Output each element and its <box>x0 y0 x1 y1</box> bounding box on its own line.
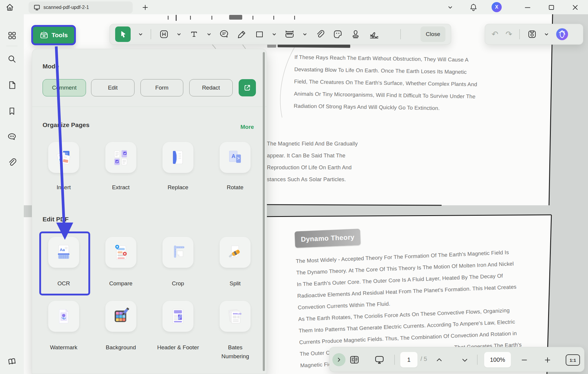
sidebar-comments-button[interactable] <box>7 132 17 142</box>
home-button[interactable] <box>4 2 15 13</box>
sidebar-pages-button[interactable] <box>7 80 17 90</box>
expand-statusbar-button[interactable] <box>332 353 345 366</box>
user-avatar[interactable]: X <box>492 2 502 12</box>
close-toolbar-button[interactable]: Close <box>420 26 445 42</box>
page-number-input[interactable]: 1 <box>400 352 417 367</box>
organize-more-link[interactable]: More <box>240 124 254 130</box>
tool-tile-compare[interactable] <box>105 237 136 268</box>
plus-icon <box>544 356 551 364</box>
tool-tile-header-footer[interactable] <box>162 301 193 332</box>
document-tab[interactable]: scanned-pdf-updf-2-1 <box>29 1 133 13</box>
new-tab-button[interactable] <box>140 3 150 12</box>
zoom-level-input[interactable]: 100% <box>484 352 511 367</box>
sidebar-apps-grid-button[interactable] <box>7 30 17 40</box>
tools-button[interactable]: Tools <box>31 25 76 45</box>
redo-button[interactable]: ↷ <box>506 30 512 38</box>
comment-tool-button[interactable] <box>219 29 229 39</box>
edit-section-title: Edit PDF <box>43 216 69 223</box>
previous-page-button[interactable] <box>434 355 444 365</box>
tool-tile-crop[interactable] <box>162 237 193 268</box>
extract-icon <box>112 149 129 166</box>
undo-button[interactable]: ↶ <box>492 30 498 38</box>
section-title-badge: Dynamo Theory <box>295 229 361 248</box>
tool-tile-extract[interactable] <box>105 142 136 173</box>
paperclip-icon <box>315 29 325 39</box>
comment-bubble-icon <box>219 29 229 39</box>
sidebar-reader-button[interactable] <box>7 356 17 366</box>
mode-section-title: Mode <box>43 63 59 70</box>
text-tool-button[interactable] <box>189 29 199 39</box>
doc-line: The Magnetic Field And Be Gradually <box>267 138 392 150</box>
save-dropdown[interactable] <box>544 32 549 37</box>
ai-assistant-button[interactable] <box>556 28 568 40</box>
heading-tool-dropdown[interactable] <box>177 32 181 37</box>
attachment-tool-button[interactable] <box>315 29 325 39</box>
ocr-icon: Aa <box>55 244 72 261</box>
chevron-down-icon <box>138 32 143 37</box>
tile-label-bates-numbering[interactable]: Bates Numbering <box>214 343 257 361</box>
tile-label-background[interactable]: Background <box>97 343 145 352</box>
tile-label-insert[interactable]: Insert <box>40 183 87 192</box>
cursor-icon <box>118 30 127 39</box>
tool-tile-insert[interactable] <box>48 142 79 173</box>
pencil-tool-button[interactable] <box>237 29 247 39</box>
sidebar-attachments-button[interactable] <box>7 157 17 168</box>
measure-tool-dropdown[interactable] <box>303 32 307 37</box>
compare-icon <box>112 244 129 261</box>
signature-tool-button[interactable] <box>368 28 380 40</box>
open-in-new-window-button[interactable] <box>239 79 256 96</box>
tile-label-rotate[interactable]: Rotate <box>211 183 259 192</box>
shape-tool-dropdown[interactable] <box>272 32 276 37</box>
shape-tool-button[interactable] <box>255 29 264 39</box>
sticker-tool-button[interactable] <box>333 29 343 39</box>
window-maximize-button[interactable] <box>547 3 556 12</box>
measure-tool-button[interactable] <box>284 29 295 40</box>
panel-scrollbar[interactable] <box>263 52 265 371</box>
notifications-chevron-button[interactable] <box>446 3 455 12</box>
tile-label-watermark[interactable]: Watermark <box>40 343 87 352</box>
ai-assistant-icon <box>556 28 568 40</box>
stamp-tool-button[interactable] <box>351 29 361 39</box>
mode-edit-button[interactable]: Edit <box>91 79 135 96</box>
mode-comment-button[interactable]: Comment <box>43 79 86 96</box>
window-close-button[interactable] <box>571 3 580 12</box>
tool-tile-ocr[interactable]: Aa <box>48 237 79 268</box>
doc-line: appear. It Can Be Said That The <box>267 150 392 162</box>
comments-icon <box>7 132 17 142</box>
tool-tile-watermark[interactable] <box>48 301 79 332</box>
chevron-down-icon <box>544 32 549 37</box>
presentation-mode-button[interactable] <box>373 354 385 366</box>
sidebar-bookmarks-button[interactable] <box>7 106 17 116</box>
zoom-in-button[interactable] <box>542 355 553 365</box>
svg-text:A: A <box>232 153 235 159</box>
mode-redact-button[interactable]: Redact <box>189 79 233 96</box>
tool-tile-split[interactable] <box>220 237 251 268</box>
tool-tile-replace[interactable] <box>162 142 193 173</box>
mode-form-button[interactable]: Form <box>140 79 183 96</box>
save-button[interactable] <box>527 29 537 39</box>
tile-label-replace[interactable]: Replace <box>154 183 202 192</box>
heading-tool-button[interactable] <box>159 29 169 39</box>
tool-tile-background[interactable] <box>105 301 136 332</box>
tile-label-extract[interactable]: Extract <box>97 183 145 192</box>
tools-button-label: Tools <box>51 32 68 39</box>
tile-label-split[interactable]: Split <box>211 279 259 288</box>
tile-label-crop[interactable]: Crop <box>154 279 202 288</box>
signature-icon <box>368 28 380 40</box>
notifications-button[interactable] <box>469 3 478 12</box>
sidebar-search-button[interactable] <box>7 54 17 64</box>
zoom-out-button[interactable] <box>519 355 529 365</box>
reader-view-button[interactable] <box>348 354 360 366</box>
select-tool-button[interactable] <box>115 26 131 42</box>
window-minimize-button[interactable] <box>523 3 532 12</box>
select-tool-dropdown[interactable] <box>138 32 143 37</box>
maximize-icon <box>548 4 555 11</box>
tile-label-compare[interactable]: Compare <box>97 279 145 288</box>
tile-label-header-footer[interactable]: Header & Footer <box>157 343 200 352</box>
actual-size-button[interactable]: 1:1 <box>566 354 580 366</box>
tile-label-ocr[interactable]: OCR <box>40 279 87 288</box>
tool-tile-bates-numbering[interactable]: 000123 <box>220 301 251 332</box>
next-page-button[interactable] <box>460 355 470 365</box>
tool-tile-rotate[interactable]: A > <box>220 142 251 173</box>
text-tool-dropdown[interactable] <box>207 32 211 37</box>
